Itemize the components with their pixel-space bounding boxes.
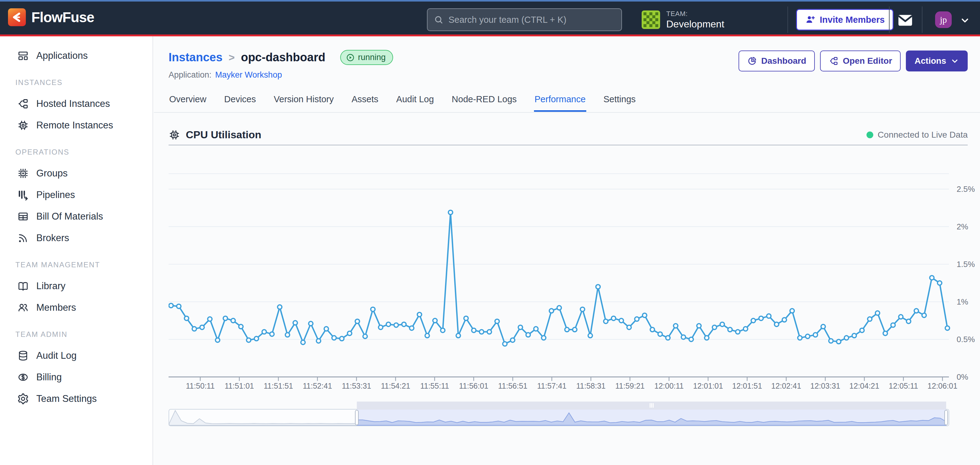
data-point-marker [200, 325, 204, 329]
data-point-marker [891, 323, 895, 328]
tab-assets[interactable]: Assets [351, 93, 379, 110]
data-point-marker [806, 334, 810, 339]
sidebar-item-label: Brokers [36, 232, 69, 244]
application-label: Application: [169, 70, 212, 80]
x-tick-label: 11:55:11 [420, 382, 449, 390]
data-point-marker [565, 328, 569, 332]
data-point-marker [301, 340, 305, 345]
data-point-marker [534, 327, 538, 331]
data-point-marker [790, 308, 794, 313]
data-point-marker [588, 334, 592, 338]
data-point-marker [402, 322, 406, 326]
data-point-marker [441, 328, 445, 332]
data-point-marker [511, 338, 515, 342]
y-tick-label: 0.5% [957, 335, 975, 344]
sidebar-item-pipelines[interactable]: Pipelines [0, 184, 153, 206]
tab-performance[interactable]: Performance [534, 93, 586, 112]
brush-grip-icon[interactable] [650, 403, 651, 408]
brand-name: FlowFuse [31, 9, 94, 26]
sidebar-section-header: INSTANCES [0, 76, 153, 89]
chart-range-brush[interactable] [169, 399, 950, 431]
live-data-status: Connected to Live Data [867, 130, 968, 140]
data-point-marker [844, 336, 849, 340]
sidebar-item-library[interactable]: Library [0, 275, 153, 297]
tab-devices[interactable]: Devices [224, 93, 256, 110]
data-point-marker [409, 326, 414, 330]
status-badge: running [340, 50, 393, 65]
actions-button[interactable]: Actions [906, 51, 968, 72]
team-search[interactable] [427, 8, 622, 31]
invite-members-button[interactable]: Invite Members [796, 9, 894, 30]
x-tick-label: 12:01:01 [693, 382, 723, 390]
tab-overview[interactable]: Overview [169, 93, 207, 110]
sidebar-item-audit-log[interactable]: Audit Log [0, 345, 153, 366]
data-point-marker [759, 316, 763, 321]
y-tick-label: 2.5% [957, 184, 975, 194]
tab-version-history[interactable]: Version History [273, 93, 334, 110]
sidebar-section-header: TEAM ADMIN [0, 328, 153, 341]
data-point-marker [223, 316, 228, 321]
data-point-marker [215, 338, 220, 342]
sidebar-item-brokers[interactable]: Brokers [0, 227, 153, 249]
notifications-mail-icon[interactable] [897, 12, 914, 28]
dashboard-button-label: Dashboard [761, 56, 806, 66]
x-tick-label: 11:56:51 [498, 382, 527, 390]
live-status-label: Connected to Live Data [878, 130, 968, 140]
cpu-line-chart[interactable]: 11:50:1111:51:0111:51:5111:52:4111:53:31… [169, 171, 980, 394]
brush-grip-icon[interactable] [651, 403, 652, 408]
breadcrumb-instances-link[interactable]: Instances [169, 51, 223, 64]
data-point-marker [728, 328, 732, 332]
actions-chevron-down-icon [950, 57, 959, 65]
sidebar-item-groups[interactable]: Groups [0, 163, 153, 184]
sidebar-item-label: Billing [36, 372, 62, 383]
data-point-marker [674, 324, 678, 328]
search-input[interactable] [448, 14, 615, 25]
data-point-marker [518, 325, 523, 329]
sidebar-item-members[interactable]: Members [0, 297, 153, 318]
tab-settings[interactable]: Settings [603, 93, 636, 110]
flowfuse-logo[interactable]: FlowFuse [8, 8, 94, 26]
sidebar-item-label: Team Settings [36, 393, 97, 404]
data-point-marker [526, 332, 530, 337]
data-point-marker [627, 325, 631, 329]
data-point-marker [557, 306, 562, 310]
x-tick-label: 11:54:21 [381, 382, 410, 390]
dashboard-button[interactable]: Dashboard [738, 51, 815, 72]
sidebar-item-billing[interactable]: Billing [0, 366, 153, 388]
sidebar-item-bill-of-materials[interactable]: Bill Of Materials [0, 206, 153, 227]
sidebar-item-applications[interactable]: Applications [0, 45, 153, 67]
data-point-marker [883, 331, 888, 336]
sidebar-item-label: Hosted Instances [36, 98, 110, 109]
library-icon [17, 280, 29, 292]
open-editor-button[interactable]: Open Editor [820, 51, 900, 72]
x-tick-label: 11:53:31 [342, 382, 371, 390]
sidebar-item-label: Applications [36, 50, 88, 61]
sidebar-item-hosted-instances[interactable]: Hosted Instances [0, 93, 153, 115]
sidebar-item-team-settings[interactable]: Team Settings [0, 388, 153, 409]
brush-grip-icon[interactable] [653, 403, 654, 408]
groups-icon [17, 168, 29, 179]
application-link[interactable]: Mayker Workshop [215, 70, 282, 80]
user-menu-chevron-down-icon[interactable] [960, 15, 970, 24]
brush-handle[interactable] [355, 410, 358, 425]
page-title: opc-dashboard [241, 51, 325, 64]
x-tick-label: 11:52:41 [303, 382, 332, 390]
pipelines-icon [17, 189, 29, 201]
tab-node-red-logs[interactable]: Node-RED Logs [451, 93, 517, 110]
user-avatar[interactable]: jp [935, 11, 952, 28]
data-point-marker [285, 332, 290, 337]
chart-brush [169, 399, 950, 432]
members-icon [17, 302, 29, 313]
data-point-marker [875, 311, 880, 315]
brush-handle[interactable] [945, 410, 948, 425]
sidebar-item-remote-instances[interactable]: Remote Instances [0, 115, 153, 136]
data-point-marker [713, 325, 717, 329]
tab-audit-log[interactable]: Audit Log [396, 93, 434, 110]
data-point-marker [837, 339, 841, 344]
x-tick-label: 11:51:51 [264, 382, 293, 390]
data-point-marker [937, 281, 942, 285]
chart-title-group: CPU Utilisation [169, 129, 261, 141]
data-point-marker [363, 334, 367, 339]
x-tick-label: 12:03:31 [810, 382, 840, 390]
data-point-marker [542, 336, 546, 340]
